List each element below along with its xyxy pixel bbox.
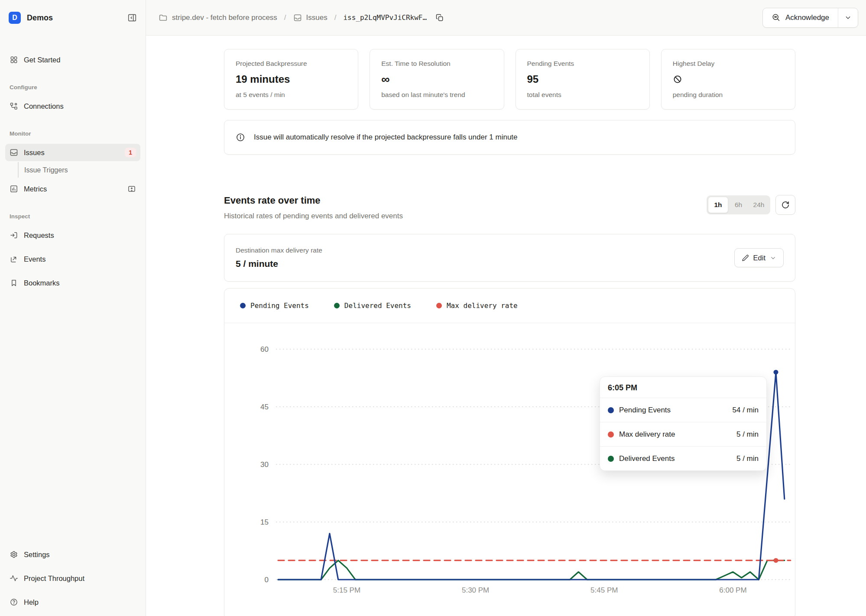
acknowledge-label: Acknowledge [785,13,829,22]
tooltip-row-delivered: Delivered Events 5 / min [600,446,766,470]
legend-item-max-delivery-rate: Max delivery rate [436,302,518,310]
main-content: Projected Backpressure 19 minutes at 5 e… [146,36,866,616]
tooltip-value: 5 / min [736,430,759,439]
sidebar-item-bookmarks[interactable]: Bookmarks [5,274,140,292]
sidebar-item-get-started[interactable]: Get Started [5,51,140,68]
breadcrumb-project[interactable]: stripe.dev - fetch before process [172,13,277,22]
stat-card-pending-events: Pending Events 95 total events [516,49,650,110]
stat-card-est-time-to-resolution: Est. Time to Resolution ∞ based on last … [370,49,504,110]
sidebar-item-metrics[interactable]: Metrics [5,180,140,198]
stat-value-infinity: ∞ [381,73,492,86]
sidebar-item-project-throughput[interactable]: Project Throughput [5,570,140,587]
svg-text:5:15 PM: 5:15 PM [333,586,360,594]
tooltip-dot [608,431,614,438]
topbar: stripe.dev - fetch before process / Issu… [146,0,866,36]
tooltip-value: 54 / min [733,406,759,415]
range-6h-button[interactable]: 6h [728,197,749,213]
arrow-up-right-box-icon [10,255,18,263]
chevron-down-icon [844,14,852,21]
sidebar-header: D Demos [0,0,146,36]
rate-texts: Destination max delivery rate 5 / minute [236,246,322,269]
tooltip-label: Delivered Events [619,454,675,463]
rate-value: 5 / minute [236,259,322,269]
sidebar-item-label: Requests [24,231,54,240]
svg-text:6:00 PM: 6:00 PM [719,586,746,594]
breadcrumb: stripe.dev - fetch before process / Issu… [159,13,444,22]
sidebar-item-events[interactable]: Events [5,250,140,268]
stat-card-highest-delay: Highest Delay pending duration [661,49,795,110]
sidebar-section-monitor: Monitor [10,130,136,137]
section-subtitle: Historical rates of pending events and d… [224,212,403,220]
refresh-icon [781,201,790,209]
stat-sub: total events [527,91,638,99]
max-delivery-rate-card: Destination max delivery rate 5 / minute… [224,234,795,282]
add-chart-icon[interactable] [127,185,136,193]
range-24h-button[interactable]: 24h [749,197,769,213]
sidebar-item-settings[interactable]: Settings [5,546,140,563]
legend-dot [436,303,442,308]
sidebar-item-label: Connections [24,102,64,110]
time-range-segmented-control: 1h 6h 24h [707,195,770,214]
stat-sub: pending duration [673,91,784,99]
sidebar-item-label: Events [24,255,45,263]
sidebar-item-issues[interactable]: Issues 1 [5,144,140,161]
grid-icon [10,55,18,64]
stat-sub: based on last minute's trend [381,91,492,99]
svg-text:45: 45 [260,403,269,411]
sidebar-item-label: Issue Triggers [24,166,68,174]
sidebar-item-label: Help [24,598,39,606]
folder-icon [159,13,168,22]
breadcrumb-issue-id: iss_p2LqMVPvJiCRkwF… [343,13,427,22]
copy-icon[interactable] [435,13,444,22]
chart-legend: Pending Events Delivered Events Max deli… [224,289,795,323]
acknowledge-split-button: Acknowledge [762,8,858,28]
edit-rate-button[interactable]: Edit [734,248,784,267]
app-window: D Demos Get Started Configu [0,0,866,616]
sidebar-item-connections[interactable]: Connections [5,97,140,115]
info-icon [236,133,245,142]
banner-text: Issue will automatically resolve if the … [254,133,518,142]
chart-controls: 1h 6h 24h [707,195,795,215]
section-titles: Events rate over time Historical rates o… [224,195,403,220]
breadcrumb-section[interactable]: Issues [306,13,328,22]
stat-card-projected-backpressure: Projected Backpressure 19 minutes at 5 e… [224,49,358,110]
tooltip-row-pending: Pending Events 54 / min [600,398,766,422]
range-1h-button[interactable]: 1h [708,197,728,213]
sidebar: D Demos Get Started Configu [0,0,146,616]
inbox-icon [293,13,302,22]
stat-label: Est. Time to Resolution [381,60,492,68]
acknowledge-button[interactable]: Acknowledge [763,8,838,27]
stat-sub: at 5 events / min [236,91,347,99]
app-logo: D [9,12,21,24]
svg-text:60: 60 [260,345,269,353]
inbox-icon [10,148,18,157]
section-title: Events rate over time [224,195,403,206]
tooltip-row-max-rate: Max delivery rate 5 / min [600,422,766,446]
events-rate-section-header: Events rate over time Historical rates o… [224,195,795,220]
bookmark-icon [10,279,18,287]
tooltip-dot [608,407,614,413]
rate-label: Destination max delivery rate [236,246,322,254]
tooltip-label: Pending Events [619,406,671,415]
legend-item-delivered-events: Delivered Events [334,302,411,310]
legend-item-pending-events: Pending Events [240,302,309,310]
app-name: Demos [27,13,127,23]
review-eye-icon [772,13,781,22]
gear-icon [10,550,18,559]
sidebar-item-help[interactable]: Help [5,593,140,611]
legend-label: Pending Events [250,302,309,310]
help-circle-icon [10,598,18,606]
refresh-button[interactable] [775,195,795,215]
connections-icon [10,102,18,110]
sidebar-item-requests[interactable]: Requests [5,227,140,244]
sidebar-item-issue-triggers[interactable]: Issue Triggers [5,164,140,177]
collapse-sidebar-icon[interactable] [127,13,137,23]
acknowledge-menu-button[interactable] [838,8,858,27]
arrow-into-box-icon [10,231,18,240]
sidebar-item-label: Metrics [24,185,47,193]
legend-dot [334,303,340,308]
breadcrumb-separator: / [284,13,286,22]
stat-cards: Projected Backpressure 19 minutes at 5 e… [224,49,795,110]
stat-label: Pending Events [527,60,638,68]
sidebar-footer: Settings Project Throughput [5,546,140,611]
